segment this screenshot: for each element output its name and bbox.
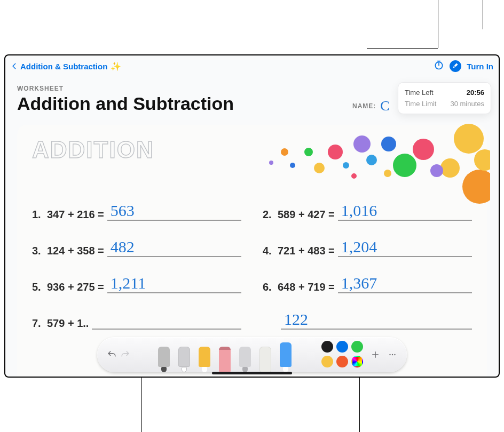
redo-button[interactable] bbox=[119, 348, 132, 362]
pen-mode-icon bbox=[452, 63, 459, 69]
svg-point-15 bbox=[290, 163, 295, 168]
svg-point-14 bbox=[304, 148, 313, 156]
problem-item[interactable]: 1.347 + 216 =563 bbox=[32, 205, 241, 221]
svg-point-12 bbox=[328, 145, 343, 159]
decorative-dots bbox=[255, 123, 490, 213]
more-button[interactable] bbox=[385, 348, 399, 362]
svg-point-19 bbox=[384, 170, 391, 177]
svg-point-20 bbox=[389, 354, 390, 355]
back-label: Addition & Subtraction bbox=[20, 62, 107, 71]
svg-point-13 bbox=[314, 163, 325, 173]
problem-expression: 589 + 427 = bbox=[278, 209, 335, 221]
timer-button[interactable] bbox=[434, 60, 444, 73]
problem-index: 4. bbox=[263, 245, 274, 257]
answer-blank[interactable]: 563 bbox=[107, 205, 241, 221]
callout-line bbox=[483, 0, 483, 29]
worksheet-eyebrow: WORKSHEET bbox=[17, 85, 234, 92]
time-popover: Time Left 20:56 Time Limit 30 minutes bbox=[398, 82, 491, 114]
time-limit-label: Time Limit bbox=[405, 100, 436, 108]
svg-point-3 bbox=[474, 149, 490, 171]
svg-point-18 bbox=[351, 173, 357, 179]
callout-line bbox=[359, 373, 360, 432]
svg-point-6 bbox=[430, 164, 443, 177]
problem-index: 1. bbox=[32, 209, 44, 221]
problem-expression: 579 + 1.. bbox=[47, 317, 89, 330]
sparkle-icon: ✨ bbox=[111, 61, 121, 71]
turn-in-button[interactable]: Turn In bbox=[467, 62, 493, 71]
problem-item[interactable]: 4.721 + 483 =1,204 bbox=[263, 241, 472, 257]
problem-grid: 1.347 + 216 =5632.589 + 427 =1,0163.124 … bbox=[32, 205, 472, 350]
lasso-tool[interactable] bbox=[237, 347, 253, 372]
answer-blank[interactable]: 482 bbox=[107, 241, 241, 257]
pencil-tool-selected[interactable] bbox=[278, 342, 294, 372]
problem-expression: 347 + 216 = bbox=[47, 209, 104, 221]
device-frame: Addition & Subtraction ✨ Turn In Time Le… bbox=[4, 54, 500, 378]
svg-point-4 bbox=[440, 158, 460, 178]
problem-index: 3. bbox=[32, 245, 44, 257]
eraser-tool[interactable] bbox=[217, 347, 233, 372]
timer-icon bbox=[434, 60, 444, 70]
answer-blank[interactable]: 122 bbox=[281, 314, 472, 330]
problem-index: 7. bbox=[32, 317, 44, 330]
marker-tool[interactable] bbox=[176, 347, 192, 372]
problem-expression: 648 + 719 = bbox=[278, 281, 335, 293]
answer-blank[interactable]: 1,204 bbox=[338, 241, 472, 257]
problem-item[interactable]: 122 bbox=[263, 314, 472, 330]
answer-blank[interactable]: 1,211 bbox=[107, 277, 241, 293]
ruler-tool[interactable] bbox=[257, 347, 273, 372]
color-swatch[interactable] bbox=[351, 356, 363, 367]
time-limit-value: 30 minutes bbox=[450, 100, 484, 108]
svg-point-1 bbox=[462, 170, 490, 204]
problem-expression: 124 + 358 = bbox=[47, 245, 104, 257]
answer-blank[interactable]: 1,016 bbox=[338, 205, 472, 221]
time-left-row: Time Left 20:56 bbox=[405, 87, 484, 98]
svg-point-22 bbox=[394, 354, 395, 355]
problem-expression: 721 + 483 = bbox=[278, 245, 335, 257]
svg-point-5 bbox=[413, 139, 434, 160]
color-swatches bbox=[321, 341, 364, 369]
color-swatch[interactable] bbox=[321, 341, 333, 353]
answer-handwriting: 1,016 bbox=[341, 202, 377, 220]
undo-icon bbox=[107, 350, 116, 359]
color-swatch[interactable] bbox=[336, 341, 348, 353]
name-handwriting[interactable]: C bbox=[380, 98, 389, 114]
tool-picker bbox=[132, 337, 317, 372]
problem-item[interactable]: 6.648 + 719 =1,367 bbox=[263, 277, 472, 293]
problem-expression: 936 + 275 = bbox=[47, 281, 104, 293]
problem-index: 2. bbox=[263, 209, 274, 221]
problem-index: 6. bbox=[263, 281, 274, 293]
answer-blank[interactable] bbox=[92, 314, 241, 330]
answer-handwriting: 482 bbox=[111, 238, 135, 256]
answer-handwriting: 122 bbox=[284, 310, 308, 329]
problem-item[interactable]: 7.579 + 1.. bbox=[32, 314, 241, 330]
ellipsis-icon bbox=[388, 350, 397, 359]
problem-item[interactable]: 3.124 + 358 =482 bbox=[32, 241, 241, 257]
back-button[interactable]: Addition & Subtraction ✨ bbox=[11, 61, 121, 71]
pen-tool[interactable] bbox=[156, 347, 172, 372]
problem-item[interactable]: 5.936 + 275 =1,211 bbox=[32, 277, 241, 293]
markup-mode-button[interactable] bbox=[450, 60, 461, 72]
problem-item[interactable]: 2.589 + 427 =1,016 bbox=[263, 205, 472, 221]
page-title: Addition and Subtraction bbox=[17, 93, 234, 114]
callout-line bbox=[141, 373, 142, 432]
chevron-left-icon bbox=[11, 62, 18, 70]
nav-bar: Addition & Subtraction ✨ Turn In bbox=[5, 55, 499, 77]
answer-handwriting: 563 bbox=[111, 202, 135, 220]
svg-point-21 bbox=[392, 354, 393, 355]
worksheet-header: WORKSHEET Addition and Subtraction bbox=[17, 85, 234, 114]
svg-point-10 bbox=[353, 135, 371, 153]
answer-handwriting: 1,204 bbox=[341, 238, 377, 256]
svg-point-7 bbox=[393, 154, 416, 177]
color-swatch[interactable] bbox=[336, 356, 348, 367]
color-swatch[interactable] bbox=[321, 356, 333, 367]
undo-button[interactable] bbox=[105, 348, 119, 362]
add-button[interactable] bbox=[368, 348, 382, 362]
plus-icon bbox=[371, 350, 380, 359]
home-indicator[interactable] bbox=[212, 372, 292, 374]
answer-blank[interactable]: 1,367 bbox=[338, 277, 472, 293]
problem-index: 5. bbox=[32, 281, 44, 293]
highlighter-tool[interactable] bbox=[196, 347, 212, 372]
color-swatch[interactable] bbox=[351, 341, 363, 353]
time-left-value: 20:56 bbox=[467, 89, 484, 97]
callout-line bbox=[438, 0, 438, 48]
